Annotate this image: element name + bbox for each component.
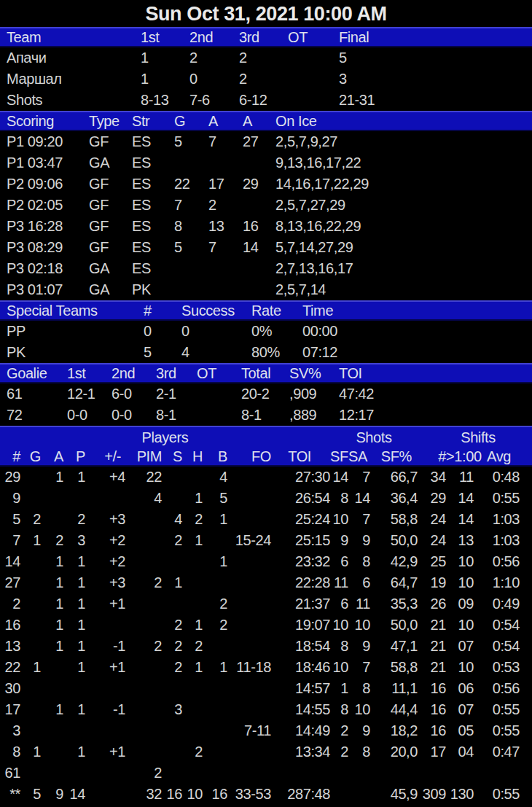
cell: 0:48 [474, 467, 520, 488]
player-row: 2911+422427:3014766,734110:48 [0, 467, 532, 488]
cell: 07 [446, 636, 474, 657]
cell [182, 572, 203, 593]
cell: 26:54 [271, 488, 330, 509]
cell: 14 [0, 551, 20, 572]
cell: 1 [63, 741, 85, 763]
cell [203, 720, 227, 741]
cell: 33-53 [227, 784, 271, 805]
cell: 9 [41, 784, 63, 805]
header-cell: S [162, 446, 182, 467]
cell: 10 [182, 784, 203, 805]
cell: 11-18 [227, 657, 271, 678]
cell: 7 [348, 509, 370, 530]
cell: 21 [418, 657, 446, 678]
cell: +4 [85, 467, 125, 488]
cell: 2 [182, 636, 203, 657]
cell [63, 720, 85, 741]
header-cell: Scoring [0, 112, 89, 130]
header-cell: 3rd [156, 364, 197, 382]
cell: 16 [418, 678, 446, 699]
cell: 8 [174, 216, 208, 237]
cell: P3 16:28 [0, 216, 89, 237]
players-group-header: Players Shots Shifts [0, 427, 532, 446]
cell: P2 02:05 [0, 195, 89, 216]
cell [203, 530, 227, 551]
cell [243, 258, 275, 279]
cell: 5 [20, 784, 41, 805]
cell [203, 636, 227, 657]
cell: 12:17 [339, 405, 532, 426]
cell [348, 784, 370, 805]
cell [85, 763, 125, 784]
cell: 2 [162, 530, 182, 551]
cell: 13 [446, 530, 474, 551]
player-row: 37-1114:492918,216050:55 [0, 720, 532, 741]
header-cell: OT [197, 364, 241, 382]
cell: P2 09:06 [0, 174, 89, 195]
cell: 10 [446, 657, 474, 678]
cell: 0-0 [112, 405, 156, 426]
players-column-header: #GAP+/-PIMSHBFOTOISFSASF%#>1:00Avg [0, 446, 532, 467]
cell: 64,7 [370, 572, 418, 593]
special-teams-body: PP000%00:00PK5480%07:12 [0, 321, 532, 363]
player-row: **59143216101633-53287:4845,93091300:55 [0, 784, 532, 805]
cell: 5 [203, 488, 227, 509]
cell: 2 [182, 741, 203, 763]
cell: 9 [348, 720, 370, 741]
cell [20, 572, 41, 593]
cell: 22 [125, 467, 162, 488]
cell: 5 [144, 342, 181, 363]
player-row: 3014:571811,116060:56 [0, 678, 532, 699]
header-cell: Str [132, 112, 174, 130]
cell: GA [89, 279, 132, 300]
special-teams-row: PP000%00:00 [0, 321, 532, 342]
cell: 7 [208, 131, 243, 152]
cell: GF [89, 195, 132, 216]
cell: 1 [41, 467, 63, 488]
cell: P3 02:18 [0, 258, 89, 279]
cell [162, 488, 182, 509]
cell [227, 699, 271, 720]
cell: 0:55 [474, 720, 520, 741]
cell: 27:30 [271, 467, 330, 488]
cell: 8 [348, 741, 370, 763]
cell: 30 [0, 678, 20, 699]
cell: 07:12 [302, 342, 532, 363]
player-row: 612 [0, 763, 532, 784]
cell: 0:55 [474, 699, 520, 720]
cell [41, 488, 63, 509]
cell: 1 [162, 572, 182, 593]
cell: 7 [348, 467, 370, 488]
cell [288, 69, 339, 90]
cell: 0:56 [474, 551, 520, 572]
cell: 18:54 [271, 636, 330, 657]
cell: 1 [41, 551, 63, 572]
cell: 0:55 [474, 488, 520, 509]
cell: 25:24 [271, 509, 330, 530]
cell [41, 741, 63, 763]
cell [41, 657, 63, 678]
cell: 2 [125, 636, 162, 657]
cell [288, 47, 339, 69]
scoring-row: P3 08:29GFES57145,7,14,27,29 [0, 237, 532, 258]
scoring-section: ScoringTypeStrGAAOn Ice P1 09:20GFES5727… [0, 111, 532, 300]
cell: 6 [348, 572, 370, 593]
cell: 61 [0, 763, 20, 784]
cell: PK [0, 342, 144, 363]
header-cell: SA [348, 446, 370, 467]
cell: 04 [446, 741, 474, 763]
cell [370, 763, 418, 784]
cell [418, 763, 446, 784]
cell: 4 [181, 342, 251, 363]
cell: 10 [330, 657, 348, 678]
group-label-shifts: Shifts [418, 427, 520, 448]
scoring-row: P2 09:06GFES22172914,16,17,22,29 [0, 174, 532, 195]
cell [125, 509, 162, 530]
cell: 1 [330, 678, 348, 699]
cell: 10 [330, 509, 348, 530]
header-cell: Time [302, 302, 532, 319]
cell: 1 [41, 572, 63, 593]
cell [227, 572, 271, 593]
goalie-section: Goalie1st2nd3rdOTTotalSV%TOI 6112-16-02-… [0, 363, 532, 426]
scoring-table-header: ScoringTypeStrGAAOn Ice [0, 111, 532, 131]
